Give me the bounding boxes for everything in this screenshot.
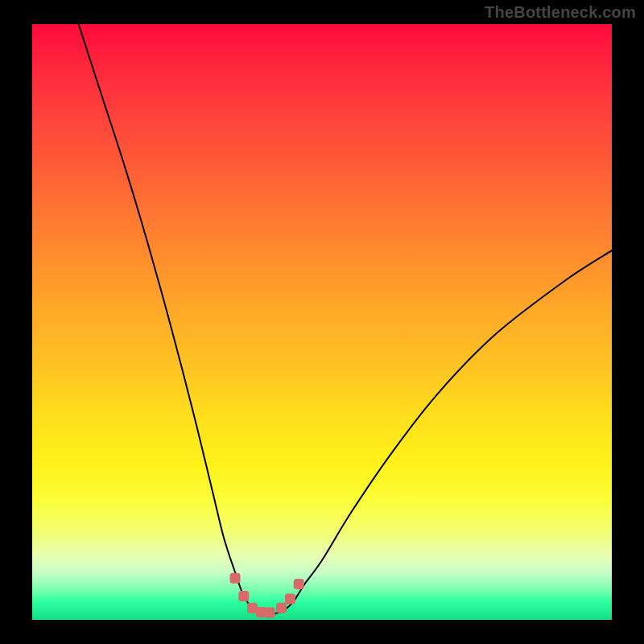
valley-marker bbox=[294, 579, 304, 589]
chart-frame: TheBottleneck.com bbox=[0, 0, 644, 644]
curve-svg bbox=[32, 24, 612, 620]
valley-markers-group bbox=[230, 573, 304, 618]
valley-marker bbox=[265, 608, 275, 618]
valley-marker bbox=[276, 603, 287, 613]
watermark-text: TheBottleneck.com bbox=[485, 3, 636, 22]
valley-marker bbox=[238, 591, 249, 601]
valley-marker bbox=[230, 573, 241, 584]
valley-marker bbox=[285, 594, 295, 605]
bottleneck-curve bbox=[79, 24, 612, 614]
plot-area bbox=[32, 24, 612, 620]
